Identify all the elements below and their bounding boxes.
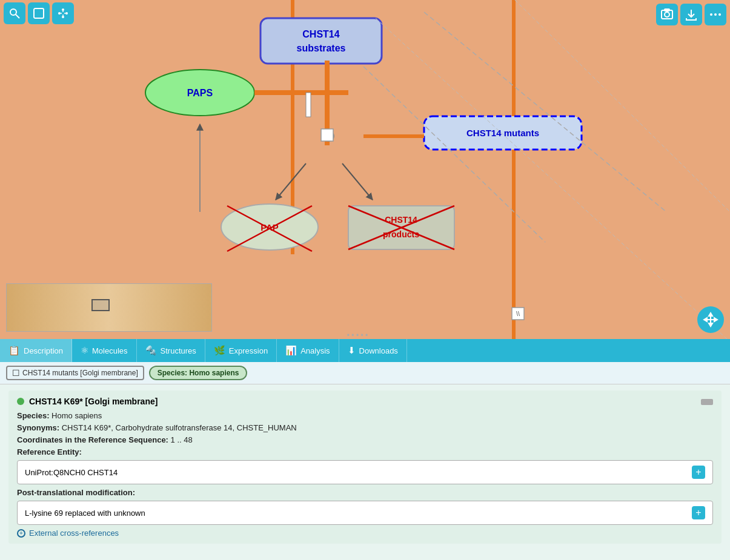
svg-point-6 (65, 12, 68, 15)
svg-text:substrates: substrates (297, 43, 346, 53)
ptm-row: Post-translational modification: (17, 488, 713, 497)
toolbar-right (656, 4, 726, 25)
layout-button[interactable] (52, 2, 74, 24)
ext-ref-row[interactable]: + External cross-references (17, 529, 713, 538)
coordinates-field-label: Coordinates in the Reference Sequence: (17, 435, 168, 444)
svg-point-3 (58, 12, 61, 15)
bottom-panel: 📋 Description ⚛ Molecules 🔩 Structures 🌿… (0, 339, 730, 560)
entity-label: CHST14 mutants [Golgi membrane] (22, 369, 138, 377)
entity-checkbox-icon: ☐ (12, 368, 20, 378)
description-icon: 📋 (8, 345, 20, 356)
species-label: Species: Homo sapiens (158, 369, 239, 377)
species-tag[interactable]: Species: Homo sapiens (149, 366, 248, 380)
svg-marker-54 (709, 313, 712, 316)
more-button[interactable] (705, 4, 726, 25)
collapse-button[interactable] (701, 399, 713, 405)
svg-text:PAPS: PAPS (187, 88, 213, 98)
svg-point-16 (718, 13, 721, 16)
svg-point-14 (710, 13, 712, 16)
ptm-label: Post-translational modification: (17, 488, 135, 497)
svg-marker-56 (704, 318, 707, 321)
svg-point-12 (665, 12, 669, 17)
ext-ref-icon: + (17, 529, 25, 538)
screenshot-button[interactable] (656, 4, 678, 25)
ref-entity-expand-button[interactable]: + (692, 466, 705, 479)
ext-ref-label: External cross-references (29, 529, 119, 538)
tab-analysis-label: Analysis (300, 346, 330, 355)
entity-item: CHST14 K69* [Golgi membrane] Species: Ho… (8, 390, 722, 544)
ref-entity-value: UniProt:Q8NCH0 CHST14 (25, 468, 118, 477)
analysis-icon: 📊 (285, 345, 297, 356)
navigation-arrows (697, 306, 724, 333)
tab-downloads-label: Downloads (359, 346, 398, 355)
svg-rect-27 (306, 93, 311, 117)
synonyms-field-value: CHST14 K69*, Carbohydrate sulfotransfera… (62, 423, 297, 432)
coordinates-row: Coordinates in the Reference Sequence: 1… (17, 435, 713, 444)
entity-title: CHST14 K69* [Golgi membrane] (17, 397, 713, 406)
expression-icon: 🌿 (214, 345, 225, 356)
synonyms-field-label: Synonyms: (17, 423, 59, 432)
entity-item-title: CHST14 K69* [Golgi membrane] (29, 397, 158, 406)
navigate-button[interactable] (697, 306, 724, 333)
species-field-label: Species: (17, 411, 49, 420)
ref-entity-box[interactable]: UniProt:Q8NCH0 CHST14 + (17, 460, 713, 484)
tab-downloads[interactable]: ⬇ Downloads (339, 339, 407, 362)
status-dot (17, 398, 24, 405)
synonyms-row: Synonyms: CHST14 K69*, Carbohydrate sulf… (17, 423, 713, 432)
download-button[interactable] (680, 4, 702, 25)
svg-rect-18 (512, 0, 516, 339)
tab-structures-label: Structures (161, 346, 196, 355)
tabs-bar: 📋 Description ⚛ Molecules 🔩 Structures 🌿… (0, 339, 730, 362)
tab-analysis[interactable]: 📊 Analysis (277, 339, 339, 362)
svg-point-15 (714, 13, 717, 16)
tab-molecules-label: Molecules (92, 346, 128, 355)
svg-text:\\: \\ (516, 310, 520, 317)
tab-expression[interactable]: 🌿 Expression (205, 339, 277, 362)
svg-text:• • • • •: • • • • • (347, 331, 368, 339)
svg-text:PAP: PAP (260, 222, 279, 232)
structures-icon: 🔩 (145, 345, 157, 356)
svg-rect-46 (321, 129, 333, 141)
content-area: CHST14 K69* [Golgi membrane] Species: Ho… (0, 384, 730, 560)
svg-text:CHST14 mutants: CHST14 mutants (466, 128, 539, 138)
ref-entity-label: Reference Entity: (17, 447, 82, 456)
tab-molecules[interactable]: ⚛ Molecules (72, 339, 137, 362)
svg-point-5 (62, 16, 64, 18)
svg-marker-57 (714, 318, 717, 321)
tab-description[interactable]: 📋 Description (0, 339, 72, 362)
select-button[interactable] (28, 2, 50, 24)
svg-text:CHST14: CHST14 (302, 29, 339, 39)
minimap-highlight (91, 299, 110, 311)
minimap[interactable] (6, 283, 212, 332)
coordinates-field-value: 1 .. 48 (171, 435, 193, 444)
svg-rect-2 (34, 8, 44, 18)
svg-text:products: products (383, 229, 419, 239)
downloads-icon: ⬇ (348, 345, 356, 356)
species-row: Species: Homo sapiens (17, 411, 713, 420)
svg-line-1 (16, 15, 19, 18)
entity-tag[interactable]: ☐ CHST14 mutants [Golgi membrane] (6, 366, 144, 380)
ref-entity-row: Reference Entity: (17, 447, 713, 456)
svg-point-0 (10, 9, 16, 15)
search-button[interactable] (4, 2, 25, 24)
svg-marker-55 (709, 323, 712, 326)
diagram-canvas[interactable]: CHST14 substrates PAPS CHST14 mutants (0, 0, 730, 339)
ptm-box[interactable]: L-lysine 69 replaced with unknown + (17, 501, 713, 525)
tab-expression-label: Expression (229, 346, 268, 355)
top-toolbar (0, 0, 730, 27)
tab-structures[interactable]: 🔩 Structures (137, 339, 205, 362)
minimap-inner (7, 284, 211, 331)
tab-description-label: Description (24, 346, 63, 355)
ptm-value: L-lysine 69 replaced with unknown (25, 509, 145, 518)
molecules-icon: ⚛ (81, 345, 88, 356)
species-field-value: Homo sapiens (51, 411, 102, 420)
entity-bar: ☐ CHST14 mutants [Golgi membrane] Specie… (0, 362, 730, 384)
ptm-expand-button[interactable]: + (692, 506, 705, 519)
svg-point-4 (62, 8, 64, 11)
